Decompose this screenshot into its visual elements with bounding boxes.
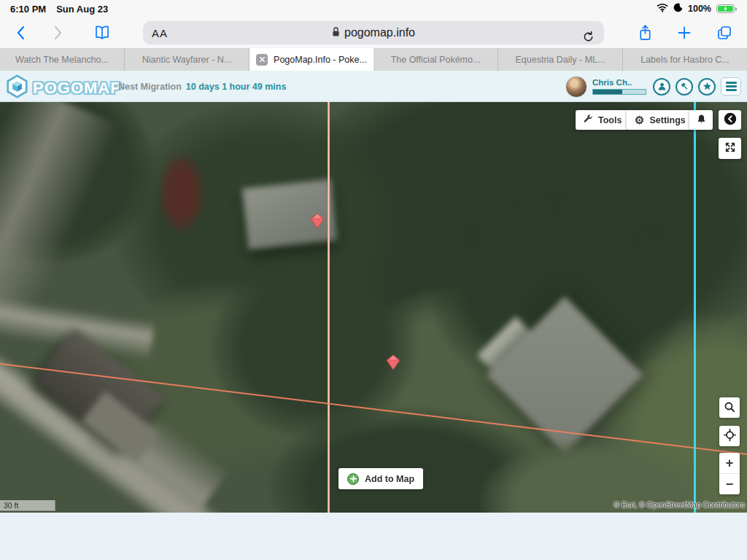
nest-marker[interactable] xyxy=(309,213,326,229)
tab-label: The Official Pokémo... xyxy=(391,55,481,65)
tab-label: Niantic Wayfarer - N... xyxy=(142,55,231,65)
avatar[interactable] xyxy=(565,76,587,98)
tab-label: PogoMap.Info - Poke... xyxy=(274,55,367,65)
forward-button[interactable] xyxy=(48,18,69,48)
nest-timer: 10 days 1 hour 49 mins xyxy=(186,82,287,92)
tab-label: Watch The Melancho... xyxy=(15,55,109,65)
profile-button[interactable] xyxy=(653,78,670,96)
tabs-overview-icon[interactable] xyxy=(712,18,737,48)
lock-icon xyxy=(332,26,340,40)
notifications-button[interactable] xyxy=(689,110,713,130)
user-name[interactable]: Chris Ch.. xyxy=(592,79,648,87)
share-icon[interactable] xyxy=(633,18,657,48)
address-bar[interactable]: AA pogomap.info xyxy=(143,21,604,44)
wifi-icon xyxy=(657,3,668,15)
tab-equestria-daily[interactable]: Equestria Daily - ML... xyxy=(498,48,623,71)
do-not-disturb-moon-icon xyxy=(673,3,683,15)
site-header: POGOMAP Nest Migration 10 days 1 hour 49… xyxy=(0,71,747,102)
collapse-panel-button[interactable] xyxy=(719,110,741,130)
settings-button[interactable]: ⚙ Settings xyxy=(627,110,694,130)
search-icon xyxy=(724,401,735,415)
zoom-out-button[interactable]: − xyxy=(719,474,740,494)
status-bar: 6:10 PM Sun Aug 23 100% xyxy=(0,0,747,18)
add-to-map-label: Add to Map xyxy=(365,474,414,484)
tab-label: Equestria Daily - ML... xyxy=(516,55,605,65)
star-button[interactable] xyxy=(698,78,716,96)
locate-me-button[interactable] xyxy=(719,426,740,446)
tools-label: Tools xyxy=(598,115,622,125)
tab-labels-for-hasbro[interactable]: Labels for Hasbro C... xyxy=(623,48,747,71)
gavel-button[interactable] xyxy=(676,78,693,96)
satellite-imagery xyxy=(0,102,747,513)
logo-text: POGOMAP xyxy=(33,79,122,98)
tab-watch-the-melancholy[interactable]: Watch The Melancho... xyxy=(0,48,125,71)
tab-niantic-wayfarer[interactable]: Niantic Wayfarer - N... xyxy=(125,48,249,71)
status-time: 6:10 PM xyxy=(10,4,46,15)
settings-label: Settings xyxy=(649,115,685,125)
tab-pogomap-active[interactable]: PogoMap.Info - Poke... xyxy=(249,48,374,71)
nest-label: Nest Migration xyxy=(118,82,182,92)
page-background xyxy=(0,513,747,560)
map-canvas[interactable]: Tools ⚙ Settings xyxy=(0,102,747,513)
fullscreen-button[interactable] xyxy=(719,138,741,159)
battery-icon xyxy=(716,4,737,13)
pogomap-logo[interactable]: POGOMAP xyxy=(6,74,122,101)
wrench-icon xyxy=(584,114,593,126)
chevron-left-circle-icon xyxy=(724,112,737,128)
zoom-in-button[interactable]: + xyxy=(719,453,740,473)
expand-arrows-icon xyxy=(724,141,736,155)
cell-line-vertical-orange xyxy=(328,102,330,513)
add-to-map-button[interactable]: Add to Map xyxy=(338,468,423,489)
refresh-icon[interactable] xyxy=(579,21,597,52)
tab-official-pokemon[interactable]: The Official Pokémo... xyxy=(374,48,498,71)
new-tab-plus-icon[interactable] xyxy=(673,18,696,48)
url-text: pogomap.info xyxy=(344,26,415,39)
status-date: Sun Aug 23 xyxy=(56,4,108,15)
cell-line-vertical-cyan xyxy=(694,102,696,513)
tab-label: Labels for Hasbro C... xyxy=(640,55,729,65)
tools-button[interactable]: Tools xyxy=(576,110,630,130)
bell-icon xyxy=(696,114,707,127)
tab-strip: Watch The Melancho... Niantic Wayfarer -… xyxy=(0,48,747,71)
browser-toolbar: AA pogomap.info xyxy=(0,18,747,48)
close-tab-icon[interactable] xyxy=(256,54,268,66)
plus-circle-icon xyxy=(347,473,359,485)
nest-marker[interactable] xyxy=(384,354,402,370)
zoom-control: + − xyxy=(719,453,740,494)
map-attribution: © Esri, © OpenStreetMap Contributors xyxy=(614,500,745,509)
gear-icon: ⚙ xyxy=(635,114,644,125)
map-search-button[interactable] xyxy=(719,397,740,418)
crosshair-locate-icon xyxy=(724,429,736,443)
user-progress-bar xyxy=(592,89,646,95)
pogomap-hexagon-icon xyxy=(6,74,28,101)
nest-migration-info: Nest Migration 10 days 1 hour 49 mins xyxy=(118,71,286,102)
hamburger-menu-button[interactable] xyxy=(721,77,741,96)
back-button[interactable] xyxy=(10,18,31,48)
reader-mode-button[interactable]: AA xyxy=(152,27,168,39)
bookmarks-icon[interactable] xyxy=(90,18,114,48)
map-scale: 30 ft xyxy=(0,500,55,511)
battery-percent: 100% xyxy=(688,4,711,14)
